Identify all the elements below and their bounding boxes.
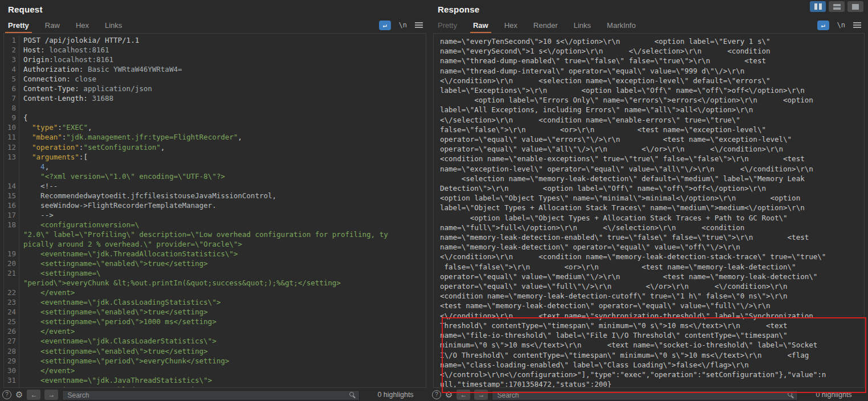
help-icon[interactable]: ? bbox=[2, 390, 11, 399]
request-panel-header: Request bbox=[0, 0, 430, 17]
response-search-input[interactable] bbox=[492, 390, 798, 400]
code-row: name=\"memory-leak-detection-enabled\" t… bbox=[440, 232, 859, 242]
code-row: <\/condition>\r\n <text name=\"synchroni… bbox=[440, 311, 859, 321]
split-rows-view-button[interactable] bbox=[829, 1, 845, 12]
response-findbar: ? ⚙ ← → 0 highlights bbox=[430, 388, 868, 400]
hamburger-menu-icon[interactable] bbox=[415, 24, 423, 26]
code-row: Detection\">\r\n <option label=\"Off\" n… bbox=[440, 183, 859, 193]
code-row: 18 <configurationversion=\ bbox=[4, 220, 426, 230]
response-panel: Response Pretty Raw Hex Render bbox=[430, 0, 868, 401]
code-row: I\/O Threshold\" contentType=\"timespan\… bbox=[440, 350, 859, 360]
code-row: 19 <eventname=\"jdk.ThreadAllocationStat… bbox=[4, 249, 426, 259]
help-icon[interactable]: ? bbox=[432, 390, 441, 399]
hamburger-menu-icon[interactable] bbox=[853, 24, 861, 26]
prev-match-button[interactable]: ← bbox=[27, 390, 40, 400]
code-row: 30 </event> bbox=[4, 366, 426, 375]
code-row: 20 <settingname=\"enabled\">true</settin… bbox=[4, 259, 426, 268]
word-wrap-icon[interactable]: ↵ bbox=[817, 21, 829, 30]
code-row: <\/condition>\r\n <selection name=\"exce… bbox=[440, 76, 859, 85]
tab-response-pretty[interactable]: Pretty bbox=[438, 21, 457, 30]
code-row: 4, bbox=[4, 162, 426, 171]
code-row: name=\"exception-level\" operator=\"equa… bbox=[440, 164, 859, 174]
code-row: <selection name=\"memory-leak-detection\… bbox=[440, 174, 859, 183]
code-row: <test name=\"memory-leak-detection\" ope… bbox=[440, 301, 859, 310]
single-pane-glyph-icon bbox=[852, 4, 859, 10]
code-row: pically around 2 % overhead.\" provider=… bbox=[4, 239, 426, 249]
request-tab-icons: ↵ \n bbox=[379, 21, 430, 30]
request-title: Request bbox=[8, 5, 43, 14]
single-pane-view-button[interactable] bbox=[847, 1, 863, 12]
code-row: 28 <settingname=\"enabled\">true</settin… bbox=[4, 346, 426, 356]
tab-request-links[interactable]: Links bbox=[105, 21, 122, 30]
word-wrap-icon[interactable]: ↵ bbox=[379, 21, 391, 30]
next-match-button[interactable]: → bbox=[474, 390, 488, 400]
response-title: Response bbox=[438, 5, 479, 14]
rows-glyph-icon bbox=[833, 4, 841, 10]
code-row: name=\"thread-dump-interval\" operator=\… bbox=[440, 66, 859, 76]
code-row: <\/condition>\r\n <condition name=\"memo… bbox=[440, 252, 859, 261]
code-row: 24 <settingname=\"enabled\">true</settin… bbox=[4, 307, 426, 317]
show-newlines-icon[interactable]: \n bbox=[399, 21, 407, 29]
code-row: 17 --> bbox=[4, 210, 426, 220]
request-search-wrap bbox=[62, 390, 360, 400]
code-row: 2Host: localhost:8161 bbox=[4, 45, 426, 55]
tab-request-pretty[interactable]: Pretty bbox=[8, 21, 29, 30]
prev-match-button[interactable]: ← bbox=[457, 390, 470, 400]
tab-response-hex[interactable]: Hex bbox=[504, 21, 517, 30]
code-row: label=\"Object Types + Allocation Stack … bbox=[440, 203, 859, 212]
code-row: 10 "type":"EXEC", bbox=[4, 122, 426, 132]
layout-controls bbox=[810, 1, 863, 12]
code-row: 29 <settingname=\"period\">everyChunk</s… bbox=[4, 356, 426, 366]
request-search-input[interactable] bbox=[62, 390, 360, 400]
code-row: operator=\"equal\" value=\"medium\"\/>\r… bbox=[440, 272, 859, 281]
code-row: 14 <!-- bbox=[4, 181, 426, 191]
code-row: 13 "arguments":[ bbox=[4, 152, 426, 162]
code-row: <option label=\"Object Types + Allocatio… bbox=[440, 213, 859, 223]
show-newlines-icon[interactable]: \n bbox=[837, 21, 845, 29]
request-findbar: ? ⚙ ← → 0 highlights bbox=[0, 388, 430, 400]
code-row: label=\"Exceptions\">\r\n <option label=… bbox=[440, 85, 859, 95]
code-row: "period\">everyChunk &lt;%out.printIn(&q… bbox=[4, 278, 426, 288]
code-row: name=\"everySecond\">1 s<\/option>\r\n <… bbox=[440, 46, 859, 56]
code-row: label=\"All Exceptions, including Errors… bbox=[440, 105, 859, 114]
gear-icon[interactable]: ⚙ bbox=[445, 391, 453, 399]
request-panel: Request Pretty Raw Hex Links ↵ \n 1POST … bbox=[0, 0, 430, 401]
code-row: false=\"false\">\r\n <or>\r\n <test name… bbox=[440, 262, 859, 272]
code-row: 26 </event> bbox=[4, 326, 426, 336]
code-row: "2.0\" label=\"Profiling\" description=\… bbox=[4, 230, 426, 239]
code-row: name=\"full\">full<\/option>\r\n <\/sele… bbox=[440, 223, 859, 232]
code-row: operator=\"equal\" value=\"all\"\/>\r\n … bbox=[440, 144, 859, 154]
code-row: operator=\"equal\" value=\"full\"\/>\r\n… bbox=[440, 281, 859, 291]
code-row: operator=\"equal\" value=\"errors\"\/>\r… bbox=[440, 134, 859, 144]
code-row: name=\"file-io-threshold\" label=\"File … bbox=[440, 330, 859, 340]
code-row: name=\"class-loading-enabled\" label=\"C… bbox=[440, 360, 859, 370]
code-row: 9{ bbox=[4, 113, 426, 122]
next-match-button[interactable]: → bbox=[44, 390, 58, 400]
split-columns-view-button[interactable] bbox=[810, 1, 826, 12]
tab-request-hex[interactable]: Hex bbox=[76, 21, 89, 30]
code-row: <\/control>\r\n<\/configuration>"],"type… bbox=[440, 370, 859, 379]
request-editor[interactable]: 1POST /api/jolokia/ HTTP/1.12Host: local… bbox=[3, 33, 426, 388]
code-row: <condition name=\"enable-exceptions\" tr… bbox=[440, 154, 859, 163]
code-row: 5Connection: close bbox=[4, 74, 426, 84]
code-row: 32 <settingname=\"enabled\">true</settin… bbox=[4, 385, 426, 388]
tab-response-links[interactable]: Links bbox=[573, 21, 590, 30]
code-row: 22 </event> bbox=[4, 288, 426, 297]
code-row: 16 seeWindow->FlightRecorderTemplateMana… bbox=[4, 200, 426, 210]
tab-response-raw[interactable]: Raw bbox=[473, 21, 488, 30]
request-tabbar: Pretty Raw Hex Links ↵ \n bbox=[0, 17, 430, 33]
tab-response-render[interactable]: Render bbox=[533, 21, 558, 30]
columns-glyph-icon bbox=[819, 3, 822, 10]
tab-request-raw[interactable]: Raw bbox=[45, 21, 60, 30]
code-row: <\/selection>\r\n <condition name=\"enab… bbox=[440, 115, 859, 125]
gear-icon[interactable]: ⚙ bbox=[15, 391, 23, 399]
code-row: Threshold\" contentType=\"timespan\" min… bbox=[440, 321, 859, 330]
response-highlights-count: 0 highlights bbox=[802, 391, 866, 399]
tab-response-markinfo[interactable]: MarkInfo bbox=[607, 21, 636, 30]
code-row: 31 <eventname=\"jdk.JavaThreadStatistics… bbox=[4, 375, 426, 385]
response-search-wrap bbox=[492, 390, 798, 400]
request-code: 1POST /api/jolokia/ HTTP/1.12Host: local… bbox=[4, 34, 426, 388]
code-row: 15 Recommendedwaytoedit.jfcfilesistouseJ… bbox=[4, 191, 426, 200]
response-editor[interactable]: name=\"everyTenSecond\">10 s<\/option>\r… bbox=[433, 33, 865, 388]
code-row: 21 <settingname=\ bbox=[4, 268, 426, 278]
